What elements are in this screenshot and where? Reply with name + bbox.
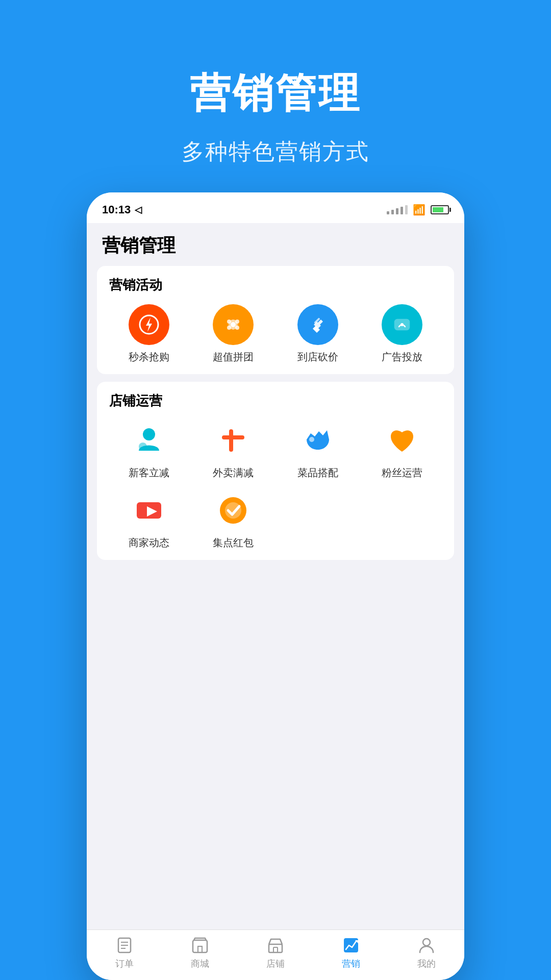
dish-combo-item[interactable]: 菜品搭配 <box>278 420 358 480</box>
svg-point-5 <box>235 320 239 324</box>
svg-point-11 <box>143 428 155 440</box>
store-operations-title: 店铺运营 <box>109 392 442 410</box>
status-bar: 10:13 ◁ 📶 <box>87 192 464 223</box>
shop-icon <box>191 936 209 954</box>
orders-icon <box>115 936 134 954</box>
store-operations-card: 店铺运营 新客立减 <box>97 382 454 560</box>
svg-point-10 <box>400 323 404 326</box>
hero-subtitle: 多种特色营销方式 <box>182 137 369 167</box>
nav-shop[interactable]: 商城 <box>174 936 226 970</box>
status-icons: 📶 <box>387 204 449 216</box>
nav-store-label: 店铺 <box>266 958 285 970</box>
merchant-updates-item[interactable]: 商家动态 <box>109 490 189 550</box>
store-icon <box>266 936 285 954</box>
dish-combo-icon <box>297 420 338 461</box>
merchant-updates-label: 商家动态 <box>129 536 169 550</box>
hero-section: 营销管理 多种特色营销方式 <box>0 0 551 192</box>
group-buy-icon <box>213 304 254 345</box>
status-time: 10:13 ◁ <box>102 203 142 216</box>
nav-mine-label: 我的 <box>417 958 436 970</box>
phone-frame: 10:13 ◁ 📶 营销管理 营销活动 <box>87 192 464 980</box>
svg-point-15 <box>309 437 314 442</box>
nav-orders[interactable]: 订单 <box>99 936 150 970</box>
signal-icon <box>387 205 408 214</box>
battery-icon <box>431 205 449 214</box>
marketing-icon <box>342 936 360 954</box>
svg-marker-1 <box>146 317 152 332</box>
delivery-discount-item[interactable]: 外卖满减 <box>194 420 273 480</box>
flash-sale-label: 秒杀抢购 <box>129 350 169 364</box>
main-content: 营销活动 秒杀抢购 <box>87 266 464 598</box>
nav-mine[interactable]: 我的 <box>401 936 452 970</box>
svg-rect-26 <box>273 947 278 952</box>
dish-combo-label: 菜品搭配 <box>297 466 338 480</box>
marketing-activities-card: 营销活动 秒杀抢购 <box>97 266 454 374</box>
bottom-nav: 订单 商城 店铺 营销 <box>87 929 464 980</box>
redpacket-item[interactable]: 集点红包 <box>194 490 273 550</box>
new-customer-label: 新客立减 <box>129 466 169 480</box>
ads-item[interactable]: 广告投放 <box>363 304 442 364</box>
fan-ops-item[interactable]: 粉丝运营 <box>363 420 442 480</box>
ads-icon <box>382 304 422 345</box>
merchant-updates-icon <box>129 490 169 531</box>
svg-point-29 <box>423 939 430 946</box>
marketing-activities-grid: 秒杀抢购 超值拼团 <box>109 304 442 364</box>
svg-rect-14 <box>222 435 244 439</box>
in-store-discount-icon <box>297 304 338 345</box>
svg-point-3 <box>231 322 236 327</box>
nav-shop-label: 商城 <box>191 958 209 970</box>
in-store-discount-label: 到店砍价 <box>297 350 338 364</box>
group-buy-item[interactable]: 超值拼团 <box>194 304 273 364</box>
svg-rect-13 <box>229 429 233 452</box>
svg-point-4 <box>227 320 231 324</box>
delivery-discount-icon <box>213 420 254 461</box>
new-customer-item[interactable]: 新客立减 <box>109 420 189 480</box>
marketing-activities-title: 营销活动 <box>109 276 442 294</box>
ads-label: 广告投放 <box>382 350 422 364</box>
new-customer-icon <box>129 420 169 461</box>
nav-marketing[interactable]: 营销 <box>325 936 377 970</box>
flash-sale-item[interactable]: 秒杀抢购 <box>109 304 189 364</box>
redpacket-icon <box>213 490 254 531</box>
page-title: 营销管理 <box>102 233 449 258</box>
hero-title: 营销管理 <box>190 66 361 121</box>
svg-point-7 <box>235 326 239 330</box>
svg-point-6 <box>227 326 231 330</box>
mine-icon <box>417 936 436 954</box>
fan-ops-icon <box>382 420 422 461</box>
nav-orders-label: 订单 <box>115 958 134 970</box>
svg-point-12 <box>139 443 147 451</box>
store-operations-grid: 新客立减 外卖满减 <box>109 420 442 550</box>
svg-rect-25 <box>269 944 282 952</box>
fan-ops-label: 粉丝运营 <box>382 466 422 480</box>
delivery-discount-label: 外卖满减 <box>213 466 254 480</box>
nav-marketing-label: 营销 <box>342 958 360 970</box>
in-store-discount-item[interactable]: 到店砍价 <box>278 304 358 364</box>
group-buy-label: 超值拼团 <box>213 350 254 364</box>
wifi-icon: 📶 <box>413 204 425 216</box>
redpacket-label: 集点红包 <box>213 536 254 550</box>
location-icon: ◁ <box>135 204 142 215</box>
page-header: 营销管理 <box>87 223 464 266</box>
flash-sale-icon <box>129 304 169 345</box>
nav-store[interactable]: 店铺 <box>250 936 301 970</box>
